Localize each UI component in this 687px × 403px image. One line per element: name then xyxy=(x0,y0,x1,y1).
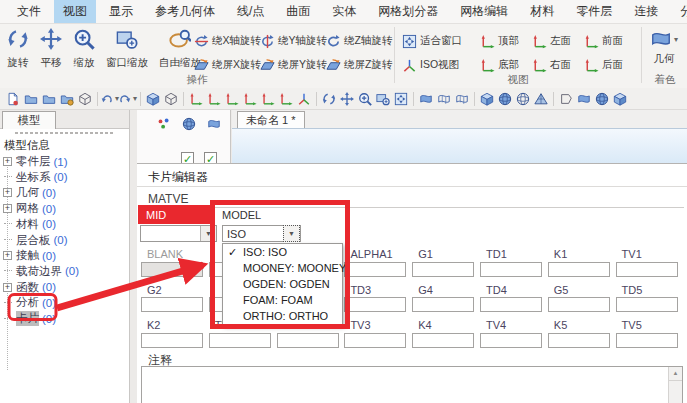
tree-item-函数[interactable]: +函数(0) xyxy=(0,280,130,295)
tree-item-卡片[interactable]: 卡片(0) xyxy=(0,311,130,326)
field-input-K5[interactable] xyxy=(548,333,610,348)
field-input-G5[interactable] xyxy=(548,297,610,312)
tab-model[interactable]: 模型 xyxy=(2,111,56,129)
field-input-TV3[interactable] xyxy=(344,333,406,348)
tree-item-分析[interactable]: 分析(0) xyxy=(0,295,130,310)
field-input-G2[interactable] xyxy=(141,297,203,312)
undo-icon[interactable]: ▾ xyxy=(101,90,119,108)
document-tab[interactable]: 未命名 1 * xyxy=(237,111,305,129)
ribbon-button-几何[interactable]: ▾几何 xyxy=(645,27,683,67)
menu-tab-视图[interactable]: 视图 xyxy=(54,0,96,23)
ribbon-button-旋转[interactable]: 旋转 xyxy=(2,27,34,71)
tree-item-零件层[interactable]: +零件层(1) xyxy=(0,154,130,169)
field-input-TV1[interactable] xyxy=(616,262,678,277)
ribbon-button-绕Y轴旋转[interactable]: 绕Y轴旋转 xyxy=(258,29,324,53)
field-input-K1[interactable] xyxy=(548,262,610,277)
field-input-TD4[interactable] xyxy=(480,297,542,312)
field-input-TV4[interactable] xyxy=(480,333,542,348)
menu-tab-实体[interactable]: 实体 xyxy=(323,0,365,23)
ribbon-button-左面[interactable]: 左面 xyxy=(530,29,582,53)
expand-icon[interactable]: + xyxy=(3,283,12,292)
field-input-TD3[interactable] xyxy=(344,297,406,312)
wire-cube-view-icon[interactable] xyxy=(162,90,180,108)
dropdown-arrow-icon[interactable]: ▼ xyxy=(200,226,216,241)
ribbon-button-缩放[interactable]: 缩放 xyxy=(68,27,100,71)
expand-icon[interactable]: + xyxy=(3,157,12,166)
dropdown-arrow-icon[interactable]: ▼ xyxy=(283,225,300,242)
zoom-icon[interactable] xyxy=(356,90,374,108)
field-input-TD5[interactable] xyxy=(616,297,678,312)
tree-item-材料[interactable]: 材料(0) xyxy=(0,217,130,232)
fit-window-icon[interactable] xyxy=(392,90,410,108)
view-left-icon[interactable] xyxy=(223,90,241,108)
menu-tab-文件[interactable]: 文件 xyxy=(8,0,50,23)
surface-outline-icon[interactable] xyxy=(453,90,471,108)
mesh-library-icon[interactable] xyxy=(76,90,94,108)
display-cube-icon[interactable] xyxy=(611,90,629,108)
menu-tab-连接[interactable]: 连接 xyxy=(625,0,667,23)
color-dots-icon[interactable] xyxy=(155,115,173,133)
view-right-icon[interactable] xyxy=(241,90,259,108)
ribbon-button-顶部[interactable]: 顶部 xyxy=(478,29,530,53)
display-outline-icon[interactable] xyxy=(557,90,575,108)
dropdown-option-OGDEN[interactable]: OGDEN: OGDEN xyxy=(223,276,342,292)
ribbon-button-前面[interactable]: 前面 xyxy=(582,29,636,53)
mesh-sphere-icon[interactable] xyxy=(180,115,198,133)
surface-visibility-checkbox[interactable]: ✓ xyxy=(204,152,217,163)
menu-tab-材料[interactable]: 材料 xyxy=(521,0,563,23)
field-input-G4[interactable] xyxy=(412,297,474,312)
dropdown-option-ORTHO[interactable]: ORTHO: ORTHO xyxy=(223,308,342,324)
rotate-icon[interactable] xyxy=(320,90,338,108)
panel-splitter[interactable] xyxy=(14,131,114,135)
menu-tab-参考几何体[interactable]: 参考几何体 xyxy=(146,0,224,23)
mesh-visibility-checkbox[interactable]: ✓ xyxy=(181,152,194,163)
menu-tab-零件层[interactable]: 零件层 xyxy=(567,0,621,23)
view-bottom-icon[interactable] xyxy=(205,90,223,108)
surface-mesh-icon[interactable] xyxy=(435,90,453,108)
dropdown-option-ISO[interactable]: ✓ISO: ISO xyxy=(223,244,342,260)
tree-item-接触[interactable]: +接触(0) xyxy=(0,248,130,263)
menu-tab-分析[interactable]: 分析 xyxy=(671,0,687,23)
dropdown-option-MOONEY[interactable]: MOONEY: MOONEY xyxy=(223,260,342,276)
save-model-icon[interactable] xyxy=(58,90,76,108)
view-top-icon[interactable] xyxy=(187,90,205,108)
field-input-ALPHA1[interactable] xyxy=(344,262,406,277)
shade-sphere-icon[interactable] xyxy=(496,90,514,108)
tree-item-坐标系[interactable]: 坐标系(0) xyxy=(0,170,130,185)
field-input-K2[interactable] xyxy=(141,333,203,348)
ribbon-button-适合窗口[interactable]: 适合窗口 xyxy=(400,29,478,53)
menu-tab-网格划分器[interactable]: 网格划分器 xyxy=(369,0,447,23)
menu-tab-曲面[interactable]: 曲面 xyxy=(277,0,319,23)
tree-item-几何[interactable]: +几何(0) xyxy=(0,185,130,200)
expand-icon[interactable]: + xyxy=(3,188,12,197)
shade-feature-icon[interactable] xyxy=(532,90,550,108)
field-input-TD1[interactable] xyxy=(480,262,542,277)
pan-icon[interactable] xyxy=(338,90,356,108)
ribbon-button-绕Z轴旋转[interactable]: 绕Z轴旋转 xyxy=(324,29,392,53)
field-input-TV2[interactable] xyxy=(209,333,271,348)
comment-scrollbar[interactable]: ▲ xyxy=(668,367,682,403)
ribbon-button-绕X轴旋转[interactable]: 绕X轴旋转 xyxy=(192,29,258,53)
ribbon-button-平移[interactable]: 平移 xyxy=(35,27,67,71)
field-input-BLANK[interactable] xyxy=(141,262,203,277)
surface-shaded-icon[interactable] xyxy=(417,90,435,108)
shade-wire-sphere-icon[interactable] xyxy=(514,90,532,108)
surface-flag-icon[interactable] xyxy=(205,115,223,133)
window-zoom-icon[interactable] xyxy=(374,90,392,108)
field-input-K4[interactable] xyxy=(412,333,474,348)
mid-combobox[interactable]: ▼ xyxy=(140,225,217,242)
tree-item-载荷边界[interactable]: 载荷边界(0) xyxy=(0,264,130,279)
tree-item-网格[interactable]: +网格(0) xyxy=(0,201,130,216)
expand-icon[interactable]: + xyxy=(3,204,12,213)
import-folder-icon[interactable] xyxy=(40,90,58,108)
menu-tab-网格编辑[interactable]: 网格编辑 xyxy=(451,0,517,23)
shaded-cube-view-icon[interactable] xyxy=(144,90,162,108)
tree-item-层合板[interactable]: 层合板(0) xyxy=(0,233,130,248)
display-shaded-icon[interactable] xyxy=(593,90,611,108)
model-combobox[interactable]: ISO▼ xyxy=(222,225,301,242)
view-iso-icon[interactable] xyxy=(295,90,313,108)
comment-textarea[interactable]: ▲ xyxy=(141,366,683,403)
shade-solid-icon[interactable] xyxy=(478,90,496,108)
redo-icon[interactable]: ▾ xyxy=(119,90,137,108)
menu-tab-显示[interactable]: 显示 xyxy=(100,0,142,23)
